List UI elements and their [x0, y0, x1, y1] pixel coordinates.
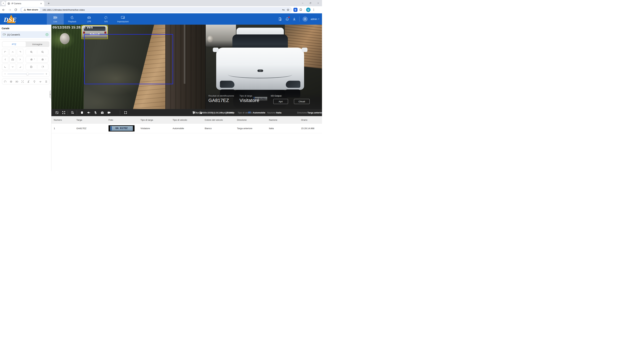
channel-play-icon[interactable]: [45, 33, 49, 36]
tab-lpr[interactable]: LPR: [81, 13, 98, 25]
tab-live[interactable]: Live: [47, 13, 64, 25]
stop-stream-icon[interactable]: [80, 111, 84, 114]
ivs-ai-icon: AI: [104, 15, 108, 20]
drain-pipe: [184, 25, 186, 84]
address-bar[interactable]: Non sicuro 192.168.2.24/index.html#/home…: [20, 7, 292, 12]
record-icon[interactable]: [107, 111, 111, 114]
channel-item[interactable]: [1] Canale01: [1, 31, 50, 38]
open-button[interactable]: Apri: [273, 99, 288, 104]
help-document-icon[interactable]: ?: [278, 17, 282, 21]
cell-targa: GA817EZ: [76, 127, 108, 130]
extensions-puzzle-icon[interactable]: [299, 8, 302, 11]
window-restore-button[interactable]: [306, 0, 314, 6]
focus-near-button[interactable]: +: [26, 58, 37, 61]
browser-tab[interactable]: IP Camera: [6, 1, 44, 6]
user-name-label: admin: [311, 18, 317, 20]
table-row[interactable]: 1 GA817EZ GA 817EZ Visitatore Automobile…: [52, 124, 322, 133]
sidebar-divider: [0, 39, 51, 40]
focus-far-button[interactable]: −: [37, 58, 48, 61]
app-navbar: DSE Live Playback LPR: [0, 13, 322, 25]
plate-type-value: Visitatore: [240, 98, 259, 103]
zoom-in-button[interactable]: [26, 50, 37, 54]
mic-off-icon[interactable]: [94, 111, 97, 114]
stream-select-icon[interactable]: 1: [71, 111, 74, 114]
tab-immagine[interactable]: Immagine: [26, 42, 49, 47]
bitwarden-extension-icon[interactable]: [294, 8, 298, 12]
manual-trigger-icon[interactable]: [199, 111, 203, 115]
tab-search-chevron-icon[interactable]: [1, 1, 6, 5]
ptz-down-right-button[interactable]: [17, 64, 23, 70]
download-icon[interactable]: [292, 17, 296, 21]
user-avatar-icon[interactable]: [302, 16, 308, 22]
ptz-up-right-button[interactable]: [17, 49, 23, 55]
bookmark-star-icon[interactable]: [286, 7, 290, 12]
speed-slider[interactable]: [8, 74, 44, 74]
speed-plus-button[interactable]: +: [46, 72, 47, 75]
sidebar-collapse-handle[interactable]: [49, 90, 52, 99]
ptz-up-left-button[interactable]: [2, 49, 8, 55]
tab-ptz[interactable]: PTZ: [2, 42, 26, 47]
ptz-right-button[interactable]: [17, 56, 23, 63]
ptz-up-button[interactable]: [10, 49, 16, 55]
ptz-home-button[interactable]: [10, 56, 16, 63]
cell-tipo-targa: Visitatore: [140, 127, 172, 130]
security-chip[interactable]: Non sicuro: [22, 7, 40, 12]
profile-avatar[interactable]: G: [306, 7, 310, 12]
col-targa: Targa: [76, 119, 108, 121]
detected-vehicle: KIA GA·817EZ: [216, 28, 304, 99]
zoom-control-group: [26, 49, 48, 55]
tab-live-label: Live: [54, 20, 57, 23]
iris-close-button[interactable]: [37, 65, 48, 69]
ptz-left-button[interactable]: [2, 56, 8, 63]
focus-area-icon[interactable]: [21, 80, 24, 83]
patrol-icon[interactable]: [4, 80, 7, 83]
osd-timestamp: 05/12/2025 15:28:18 Ven: [52, 25, 93, 29]
password-key-icon[interactable]: [281, 7, 286, 12]
preset-target-icon[interactable]: [10, 80, 13, 83]
window-close-button[interactable]: [314, 0, 322, 6]
col-nazione: Nazione: [269, 119, 301, 121]
fit-screen-icon[interactable]: [55, 111, 59, 114]
user-menu[interactable]: admin: [311, 18, 320, 20]
snapshot-icon[interactable]: [100, 111, 104, 114]
north-position-icon[interactable]: N: [27, 80, 30, 83]
ptz-3d-button[interactable]: 3D: [16, 80, 18, 83]
live-video-wide[interactable]: CD 726ZK 05/12/2025 15:28:18 Ven: [52, 25, 205, 109]
fullscreen-icon[interactable]: [62, 111, 66, 114]
forward-button[interactable]: [7, 7, 12, 12]
heat-icon[interactable]: [44, 80, 48, 83]
ptz-down-left-button[interactable]: [2, 64, 8, 70]
light-icon[interactable]: [33, 80, 36, 83]
notifications-bell-icon[interactable]: [285, 17, 289, 21]
speed-minus-button[interactable]: −: [4, 72, 6, 75]
tab-close-icon[interactable]: [40, 2, 42, 5]
slider-thumb[interactable]: [26, 73, 29, 75]
new-tab-button[interactable]: [47, 1, 51, 5]
tab-impostazioni-label: Impostazioni: [117, 20, 128, 23]
tab-ivs[interactable]: AI IVS: [98, 13, 114, 25]
col-colore: Colore del veicolo: [205, 119, 237, 121]
navbar-divider: [299, 16, 300, 22]
toolbar-divider-3: [120, 110, 120, 115]
iris-open-button[interactable]: [26, 65, 37, 69]
tab-impostazioni[interactable]: Impostazioni: [114, 13, 131, 25]
result-plate: GA817EZ: [208, 98, 229, 103]
zoom-out-button[interactable]: [37, 50, 48, 54]
audio-mute-icon[interactable]: [87, 111, 90, 114]
col-numero: Numero: [54, 119, 76, 121]
reload-button[interactable]: [13, 7, 18, 12]
ptz-down-button[interactable]: [10, 64, 16, 70]
window-minimize-button[interactable]: [299, 0, 306, 6]
live-video-closeup[interactable]: KIA GA·817EZ Risultati di identificazion…: [206, 25, 322, 109]
plate-photo[interactable]: GA 817EZ: [108, 125, 134, 132]
back-button[interactable]: [1, 7, 6, 12]
results-title: Risultati di identificazione: [208, 95, 234, 97]
wiper-icon[interactable]: [39, 80, 42, 83]
tab-playback[interactable]: Playback: [64, 13, 81, 25]
rule-display-icon[interactable]: [124, 111, 128, 114]
playback-icon: [70, 15, 74, 20]
favicon-globe-icon: [8, 2, 10, 5]
close-button[interactable]: Chiudi: [294, 99, 310, 104]
alarm-bell-icon[interactable]: [192, 111, 196, 115]
browser-menu-icon[interactable]: [312, 8, 315, 11]
